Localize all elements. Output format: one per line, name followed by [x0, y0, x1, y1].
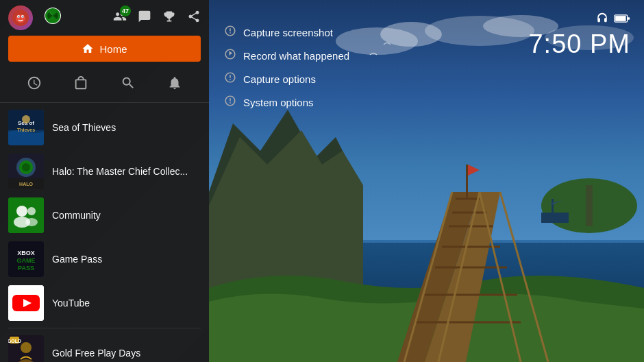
- label-youtube: YouTube: [52, 298, 201, 309]
- list-item-halo[interactable]: HALO Halo: The Master Chief Collec...: [0, 149, 209, 193]
- svg-point-28: [18, 16, 20, 18]
- svg-text:GAME: GAME: [17, 257, 36, 264]
- topbar: 47: [0, 0, 209, 36]
- label-gold-free-play: Gold Free Play Days: [52, 348, 201, 359]
- headset-icon: [596, 12, 608, 27]
- svg-point-29: [23, 16, 24, 18]
- svg-text:HALO: HALO: [19, 182, 33, 186]
- record-what-happened-item[interactable]: Record what happened: [216, 44, 358, 67]
- capture-screenshot-item[interactable]: Capture screenshot: [216, 21, 358, 44]
- context-menu: Capture screenshot Record what happened …: [216, 21, 358, 114]
- thumb-sea-of-thieves: Sea of Thieves: [8, 110, 44, 145]
- notification-badge: 47: [120, 5, 131, 16]
- system-options-label: System options: [243, 97, 314, 108]
- svg-rect-61: [628, 17, 630, 19]
- record-what-happened-label: Record what happened: [243, 50, 349, 62]
- svg-point-40: [22, 163, 30, 171]
- system-options-icon: [224, 95, 236, 110]
- system-options-item[interactable]: System options: [216, 90, 358, 114]
- svg-rect-22: [541, 213, 569, 223]
- avatar-icon: [12, 9, 29, 27]
- achievements-icon[interactable]: [162, 10, 176, 26]
- label-community: Community: [52, 210, 201, 221]
- label-halo: Halo: The Master Chief Collec...: [52, 166, 201, 177]
- friends-icon[interactable]: 47: [113, 10, 127, 26]
- xbox-logo[interactable]: [44, 7, 62, 29]
- sidebar: 47 Home: [0, 0, 209, 362]
- avatar[interactable]: [8, 5, 33, 30]
- svg-text:XBOX: XBOX: [17, 250, 35, 256]
- list-item-sea-of-thieves[interactable]: Sea of Thieves Sea of Thieves: [0, 106, 209, 149]
- list-item-youtube[interactable]: YouTube: [0, 281, 209, 325]
- svg-rect-23: [552, 199, 554, 216]
- home-label: Home: [99, 43, 127, 55]
- thumb-halo: HALO: [8, 154, 44, 189]
- messages-icon[interactable]: [138, 10, 151, 26]
- status-icons: [596, 12, 630, 27]
- svg-point-44: [16, 206, 27, 217]
- xbox-logo-icon: [44, 7, 62, 25]
- capture-screenshot-icon: [224, 25, 236, 40]
- svg-rect-9: [586, 185, 593, 226]
- sub-icons-row: [0, 67, 209, 103]
- thumb-community: [8, 197, 44, 233]
- clock-display: 7:50 PM: [528, 29, 630, 59]
- share-icon[interactable]: [187, 10, 201, 26]
- record-icon: [224, 48, 236, 63]
- thumb-game-pass: XBOX GAME PASS: [8, 241, 44, 277]
- capture-options-icon: [224, 71, 236, 86]
- svg-text:Thieves: Thieves: [17, 128, 35, 132]
- svg-text:GOLD: GOLD: [8, 339, 21, 343]
- svg-point-47: [25, 218, 38, 226]
- svg-point-36: [22, 115, 30, 123]
- svg-rect-43: [8, 197, 44, 233]
- home-icon: [82, 43, 94, 55]
- thumb-gold-free-play: GOLD: [8, 335, 44, 362]
- recently-played-icon[interactable]: [21, 73, 47, 97]
- list-separator: [8, 328, 201, 328]
- capture-options-label: Capture options: [243, 73, 316, 85]
- label-sea-of-thieves: Sea of Thieves: [52, 122, 201, 133]
- list-item-community[interactable]: Community: [0, 193, 209, 237]
- svg-rect-21: [466, 165, 468, 199]
- svg-point-45: [27, 207, 36, 215]
- home-button[interactable]: Home: [8, 36, 201, 62]
- battery-icon: [614, 12, 630, 27]
- list-item-gold-free-play[interactable]: GOLD Gold Free Play Days: [0, 331, 209, 362]
- capture-options-item[interactable]: Capture options: [216, 67, 358, 90]
- label-game-pass: Game Pass: [52, 254, 201, 265]
- app-list: Sea of Thieves Sea of Thieves HALO Hal: [0, 106, 209, 362]
- svg-rect-60: [615, 16, 626, 21]
- list-item-game-pass[interactable]: XBOX GAME PASS Game Pass: [0, 237, 209, 281]
- capture-screenshot-label: Capture screenshot: [243, 27, 333, 38]
- svg-text:PASS: PASS: [18, 265, 34, 272]
- clock-area: 7:50 PM: [528, 12, 630, 59]
- topbar-icons: 47: [73, 10, 201, 26]
- svg-point-58: [21, 342, 32, 353]
- store-icon[interactable]: [68, 73, 94, 97]
- thumb-youtube: [8, 285, 44, 321]
- search-icon[interactable]: [115, 73, 141, 97]
- notifications-icon[interactable]: [162, 73, 188, 97]
